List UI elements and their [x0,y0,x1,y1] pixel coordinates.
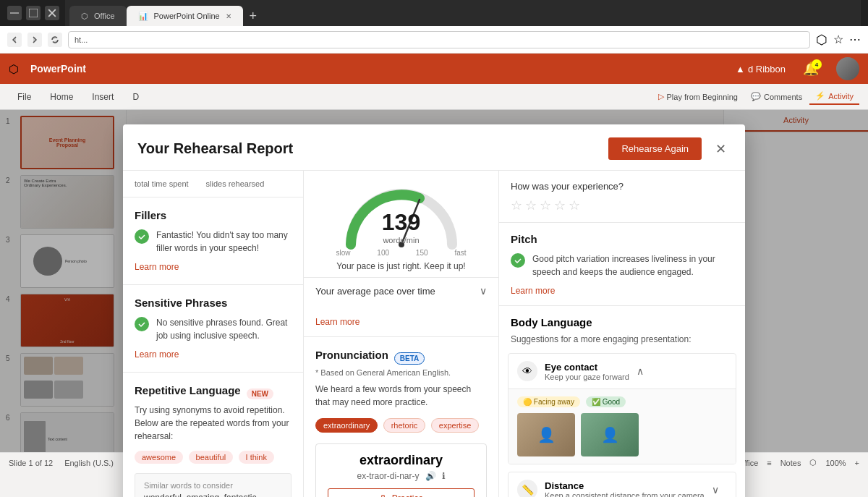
warning-dot: 🟡 [523,398,532,406]
notes-label[interactable]: Notes [780,459,801,467]
tab-insert[interactable]: Insert [83,88,122,106]
more-icon[interactable]: ⋯ [849,33,861,46]
zoom-icon[interactable]: + [855,459,859,467]
avg-pace-row[interactable]: Your average pace over time ∨ [304,277,498,304]
stat-total-time: total time spent [135,179,189,188]
how-was-title: How was your experience? [511,181,733,192]
pitch-title: Pitch [511,233,733,245]
star-3[interactable]: ☆ [540,197,551,213]
view-icons: ⬡ [809,458,817,467]
comments-icon: 💬 [751,92,761,101]
tag-beautiful[interactable]: beautiful [189,451,234,464]
activity-tab-button[interactable]: ⚡ Activity [809,88,859,105]
body-language-title: Body Language [499,316,745,334]
tag-rhetoric[interactable]: rhetoric [383,418,426,433]
distance-header[interactable]: 📏 Distance Keep a consistent distance fr… [509,472,736,497]
distance-subtitle: Keep a consistent distance from your cam… [545,491,705,498]
tab-design[interactable]: D [124,88,148,106]
eye-contact-header[interactable]: 👁 Eye contact Keep your gaze forward ∧ [509,354,736,388]
tab-office[interactable]: ⬡ Office [69,6,127,26]
info-icon[interactable]: ℹ [442,471,446,481]
synonyms-text: wonderful, amazing, fantastic [144,493,282,497]
play-icon: ▷ [658,92,664,101]
eye-contact-content: 🟡 Facing away ✅ Good [509,388,736,464]
repetitive-tags: awesome beautiful I think [135,449,292,466]
distance-info: Distance Keep a consistent distance from… [545,480,705,498]
speedometer-section: 139 words/min slow 100 150 fast Your pac… [304,171,498,277]
speaker-icon[interactable]: 🔊 [425,471,436,481]
modal-header: Your Rehearsal Report Rehearse Again ✕ [123,124,745,171]
eye-contact-icon: 👁 [517,361,537,381]
repetitive-title-row: Repetitive Language NEW [135,384,292,404]
pitch-content: Good pitch variation increases livelines… [532,252,733,279]
maximize-button[interactable] [26,6,41,20]
tag-expertise[interactable]: expertise [431,418,480,433]
practice-button[interactable]: 🎙 Practice [328,488,475,497]
tab-file[interactable]: File [9,88,40,106]
modal-left-column: total time spent slides rehearsed Filler… [123,171,304,497]
back-button[interactable] [7,33,22,47]
star-1[interactable]: ☆ [511,197,522,213]
modal-title: Your Rehearsal Report [137,140,293,157]
ribbon-tabs: File Home Insert D ▷ Play from Beginning… [0,84,868,110]
pronunciation-section: Pronunciation BETA * Based on General Am… [304,337,498,497]
repetitive-new-badge: NEW [247,388,273,399]
office-bar: ⬡ ☆ ⋯ [0,26,868,54]
main-area: 1 Event PlanningProposal 2 We Create Ext… [0,110,868,452]
pace-learn-more[interactable]: Learn more [315,317,359,327]
tab-home[interactable]: Home [41,88,82,106]
sensitive-phrases-success-row: No sensitive phrases found. Great job us… [135,316,292,342]
microphone-icon: 🎙 [379,493,388,497]
notifications-icon[interactable]: 🔔 4 [797,61,825,77]
eye-contact-images: 👤 👤 [517,413,727,456]
eye-contact-subtitle: Keep your gaze forward [545,373,629,381]
forward-button[interactable] [27,33,42,47]
eye-contact-collapse-icon[interactable]: ∧ [637,365,644,377]
refresh-button[interactable] [48,33,62,47]
rehearse-again-button[interactable]: Rehearse Again [608,137,702,160]
modal-body: total time spent slides rehearsed Filler… [123,171,745,497]
fillers-learn-more[interactable]: Learn more [135,262,179,272]
tab-close-icon[interactable]: ✕ [226,12,231,20]
distance-expand-icon[interactable]: ∨ [712,484,719,496]
browser-top-bar: ⬡ Office 📊 PowerPoint Online ✕ + [0,0,868,26]
modal-overlay: Your Rehearsal Report Rehearse Again ✕ t… [0,110,868,452]
pitch-learn-more[interactable]: Learn more [511,286,555,296]
minimize-button[interactable] [7,6,22,20]
user-avatar[interactable] [836,57,859,80]
powerpoint-ribbon: ⬡ PowerPoint ▲ d Ribbon 🔔 4 [0,54,868,84]
notes-icon: ≡ [767,459,771,467]
slide-info: Slide 1 of 12 [9,459,53,467]
rehearsal-report-modal: Your Rehearsal Report Rehearse Again ✕ t… [123,124,745,497]
check-dot: ✅ [592,398,600,406]
distance-icon: 📏 [517,480,537,497]
tag-awesome[interactable]: awesome [135,451,183,464]
play-from-beginning-button[interactable]: ▷ Play from Beginning [652,89,744,104]
body-language-subtitle: Suggestions for a more engaging presenta… [499,334,745,353]
star-5[interactable]: ☆ [569,197,580,213]
star-4[interactable]: ☆ [554,197,566,213]
address-bar[interactable] [68,31,810,48]
eye-contact-item: 👁 Eye contact Keep your gaze forward ∧ [508,353,736,464]
comments-tab-button[interactable]: 💬 Comments [745,89,808,104]
eye-contact-warn-image: 👤 [517,413,575,456]
facing-away-badge: 🟡 Facing away [517,396,580,407]
stat-slides-label: slides rehearsed [206,179,265,188]
tag-i-think[interactable]: I think [239,451,274,464]
sensitive-phrases-learn-more[interactable]: Learn more [135,349,179,360]
activity-icon: ⚡ [815,91,825,101]
stars-rating[interactable]: ☆ ☆ ☆ ☆ ☆ [511,197,733,213]
word-card: extraordinary ex-traor-di-nar-y 🔊 ℹ 🎙 Pr… [315,443,487,497]
star-2[interactable]: ☆ [525,197,537,213]
new-tab-button[interactable]: + [243,6,263,26]
tab-powerpoint[interactable]: 📊 PowerPoint Online ✕ [127,6,243,26]
body-language-section: Body Language Suggestions for a more eng… [499,306,745,497]
bookmark-icon[interactable]: ☆ [833,33,843,46]
close-window-button[interactable] [45,6,59,20]
tag-extraordinary[interactable]: extraordinary [315,418,378,433]
fillers-title: Fillers [135,209,292,221]
modal-close-button[interactable]: ✕ [710,139,731,159]
sensitive-check-icon [135,317,149,331]
collapse-ribbon-button[interactable]: ▲ d Ribbon [736,64,786,75]
share-icon[interactable]: ⬡ [816,32,827,48]
